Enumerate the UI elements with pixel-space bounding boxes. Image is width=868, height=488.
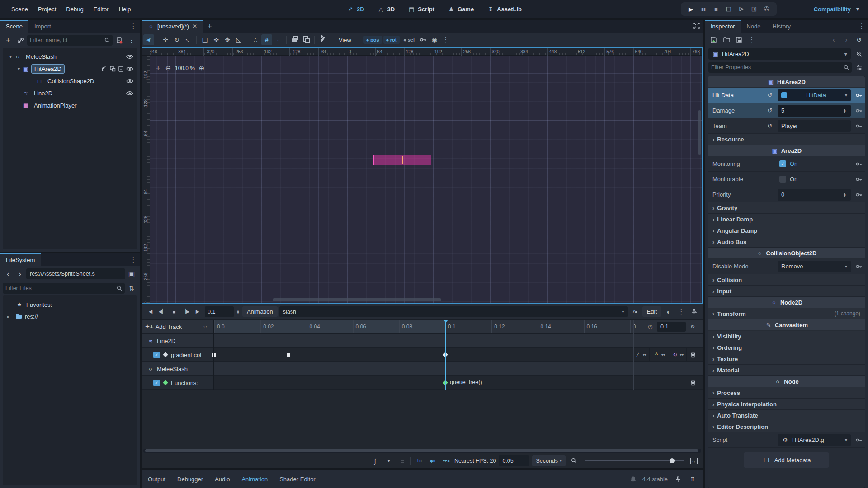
file-tree-item[interactable]: res:// <box>3 310 137 322</box>
key-toggle-button[interactable]: ◆ pos <box>363 36 382 44</box>
dropdown-value[interactable]: Remove <box>778 261 851 272</box>
inspector-group[interactable]: Material <box>708 365 865 376</box>
2d-viewport[interactable]: -448-384-320-256-192-128-640641281922563… <box>142 47 703 304</box>
bezier-icon[interactable] <box>370 455 381 466</box>
wrap-mode-icon[interactable] <box>671 351 679 359</box>
snap-step-input[interactable] <box>502 458 526 464</box>
dots-icon[interactable] <box>857 20 866 33</box>
inspector-group[interactable]: Auto Translate <box>708 410 865 421</box>
timeline-zoom-slider[interactable] <box>585 460 684 461</box>
center-view-icon[interactable] <box>154 64 162 72</box>
revert-icon[interactable] <box>766 107 774 115</box>
visibility-eye-icon[interactable] <box>126 91 133 96</box>
ruler-tool-icon[interactable] <box>233 34 244 45</box>
key-icon[interactable] <box>853 259 865 274</box>
script-icon[interactable] <box>118 66 123 72</box>
path-field[interactable] <box>26 268 125 279</box>
onion-skin-icon[interactable] <box>663 306 674 317</box>
inspector-group[interactable]: Input <box>708 286 865 297</box>
select-tool-icon[interactable] <box>143 34 154 45</box>
bottom-panel-tab[interactable]: Audio <box>215 476 230 483</box>
animation-track-row[interactable]: Functions: queue_free() ▾ <box>142 376 703 390</box>
key-toggle-button[interactable]: ◆ scl <box>401 36 417 44</box>
bottom-panel-tab[interactable]: Debugger <box>177 476 203 483</box>
stop-anim-icon[interactable]: ■ <box>169 306 179 317</box>
history-forward-icon[interactable]: › <box>841 34 852 45</box>
bottom-panel-tab[interactable]: Animation <box>241 476 268 483</box>
load-resource-icon[interactable] <box>721 34 732 45</box>
expand-arrow[interactable] <box>15 66 22 71</box>
update-mode-icon[interactable] <box>634 351 642 359</box>
rec-icon[interactable] <box>429 34 440 45</box>
animation-length-field[interactable]: 0.1 <box>657 322 686 332</box>
key-icon[interactable] <box>853 172 865 187</box>
chevron-down-icon[interactable]: ▾ <box>680 353 684 357</box>
grid-snap-icon[interactable] <box>261 34 272 45</box>
chevron-down-icon[interactable] <box>622 309 624 314</box>
revert-icon[interactable] <box>766 122 774 130</box>
current-time-input[interactable] <box>208 309 231 315</box>
add-node-icon[interactable] <box>3 35 14 46</box>
stop-icon[interactable] <box>711 4 722 14</box>
inspector-tab[interactable]: History <box>767 20 797 33</box>
history-back-icon[interactable]: ‹ <box>828 34 839 45</box>
click-select-icon[interactable] <box>211 34 222 45</box>
inspector-group[interactable]: Visibility <box>708 331 865 342</box>
track-enabled-checkbox[interactable] <box>153 380 160 386</box>
number-field[interactable]: 0 <box>778 189 851 201</box>
key-icon[interactable] <box>853 187 865 202</box>
zoom-out-icon[interactable] <box>164 64 172 72</box>
revert-icon[interactable] <box>766 91 774 99</box>
fit-timeline-icon[interactable] <box>690 458 698 464</box>
spin-icon[interactable] <box>842 192 847 197</box>
script-value[interactable]: HitArea2D.g <box>778 434 851 446</box>
checkbox[interactable] <box>779 160 786 167</box>
animation-track-row[interactable]: Line2D ▾ ▾ ▾ <box>142 334 703 348</box>
workspace-tab[interactable]: 3D <box>373 3 400 15</box>
bottom-panel-tab[interactable]: Output <box>148 476 165 483</box>
key-toggle-button[interactable]: ◆ rot <box>383 36 400 44</box>
checkbox-value[interactable]: On <box>778 176 851 183</box>
inspector-group[interactable]: Editor Description <box>708 421 865 432</box>
pan-tool-icon[interactable] <box>222 34 233 45</box>
inspector-group[interactable]: Transform (1 change) <box>708 308 865 319</box>
interp-mode-icon[interactable] <box>652 351 660 359</box>
snap-step-field[interactable] <box>499 455 529 466</box>
selection-list-icon[interactable] <box>199 34 210 45</box>
file-tree-item[interactable]: Favorites: <box>3 299 137 310</box>
scene-tab[interactable]: [unsaved](*) ✕ <box>142 20 203 33</box>
play-scene-icon[interactable] <box>736 4 747 14</box>
pan-timeline-icon[interactable] <box>201 322 209 330</box>
chevron-down-icon[interactable] <box>845 437 847 442</box>
visibility-eye-icon[interactable] <box>126 66 133 71</box>
pause-icon[interactable] <box>698 4 709 14</box>
scale-tool-icon[interactable] <box>183 34 193 45</box>
dots-icon[interactable] <box>129 253 138 266</box>
history-icon[interactable] <box>854 34 864 45</box>
delete-track-icon[interactable] <box>689 379 697 386</box>
filter-tracks-icon[interactable] <box>383 455 394 466</box>
menu-item[interactable]: Project <box>33 3 61 15</box>
chevron-down-icon[interactable]: ▾ <box>643 353 646 357</box>
play-anim-icon[interactable]: ▕▶ <box>180 306 191 317</box>
nav-forward-icon[interactable] <box>14 268 25 279</box>
edit-menu-button[interactable]: Edit <box>642 306 661 317</box>
dots-icon[interactable] <box>746 34 757 45</box>
checkbox-value[interactable]: On <box>778 160 851 167</box>
visibility-eye-icon[interactable] <box>126 54 133 59</box>
inspector-group[interactable]: Audio Bus <box>708 236 865 248</box>
workspace-tab[interactable]: Game <box>443 3 478 15</box>
bottom-panel-tab[interactable]: Shader Editor <box>279 476 316 483</box>
renderer-selector[interactable]: Compatibility <box>814 5 862 13</box>
dock-tab[interactable]: Import <box>28 20 57 33</box>
chevron-down-icon[interactable]: ▾ <box>661 353 665 357</box>
workspace-tab[interactable]: AssetLib <box>482 3 526 15</box>
key-icon[interactable] <box>853 432 865 447</box>
viewport-vscrollbar[interactable] <box>698 110 701 155</box>
smart-snap-icon[interactable] <box>250 34 261 45</box>
inspector-group[interactable]: Linear Damp <box>708 214 865 225</box>
node-selector[interactable]: HitArea2D <box>708 48 851 60</box>
inspector-group[interactable]: Texture <box>708 353 865 365</box>
dock-tab[interactable]: Scene <box>0 20 28 33</box>
scene-tree-node[interactable]: MeleeSlash <box>3 51 137 63</box>
